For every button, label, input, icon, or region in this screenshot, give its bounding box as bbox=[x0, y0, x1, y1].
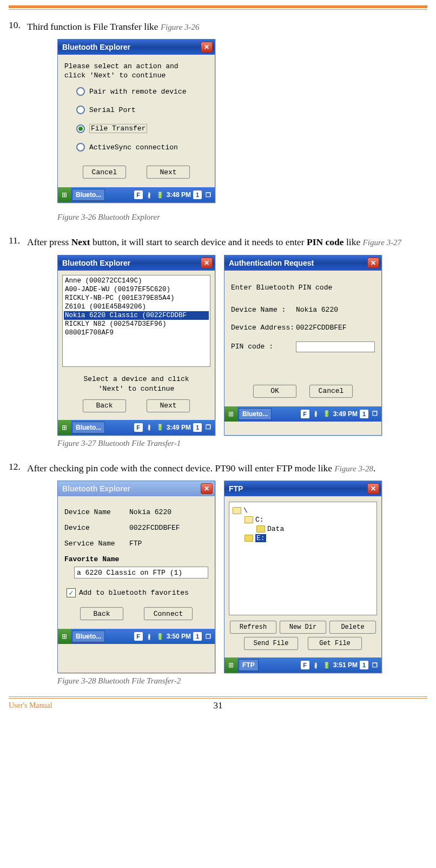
radio-activesync[interactable]: ActiveSync connection bbox=[76, 143, 208, 152]
device-listbox[interactable]: Anne (000272CC149C) A00-JADE-WU (00197EF… bbox=[62, 275, 210, 367]
radio-file-transfer[interactable]: File Transfer bbox=[76, 124, 208, 133]
field-label: Device bbox=[64, 524, 129, 532]
tray-bluetooth-icon[interactable]: ∦ bbox=[145, 423, 154, 432]
tray-1-icon[interactable]: 1 bbox=[193, 423, 202, 432]
field-value: Nokia 6220 bbox=[296, 306, 338, 314]
close-icon[interactable]: ✕ bbox=[201, 42, 213, 52]
button-row: Back Connect bbox=[64, 607, 208, 620]
tray-f-icon[interactable]: F bbox=[134, 423, 143, 432]
tray-windows-icon[interactable]: ❐ bbox=[371, 661, 379, 669]
radio-pair[interactable]: Pair with remote device bbox=[76, 87, 208, 96]
window-auth-request: Authentication Request ✕ Enter Bluetooth… bbox=[224, 255, 382, 436]
tray-bluetooth-icon[interactable]: ∦ bbox=[312, 661, 320, 669]
close-icon[interactable]: ✕ bbox=[201, 258, 213, 268]
connect-button[interactable]: Connect bbox=[144, 607, 193, 620]
text: like bbox=[344, 236, 363, 247]
pin-input[interactable] bbox=[296, 341, 375, 352]
footer: User's Manual 31 bbox=[9, 696, 427, 716]
next-button[interactable]: Next bbox=[147, 399, 190, 412]
field-label: Favorite Name bbox=[64, 555, 208, 563]
close-icon[interactable]: ✕ bbox=[367, 258, 379, 268]
radio-icon bbox=[76, 124, 85, 133]
window-connect: Bluetooth Explorer ✕ Device Name Nokia 6… bbox=[57, 481, 215, 673]
taskbar-task[interactable]: Blueto... bbox=[72, 630, 105, 642]
next-button[interactable]: Next bbox=[147, 166, 190, 179]
header-rule-thick bbox=[9, 5, 427, 8]
back-button[interactable]: Back bbox=[80, 607, 123, 620]
list-item[interactable]: RICKLY-NB-PC (001E379E85A4) bbox=[64, 294, 209, 303]
start-icon[interactable]: ⊞ bbox=[58, 187, 71, 202]
tray-1-icon[interactable]: 1 bbox=[360, 661, 368, 669]
tray-windows-icon[interactable]: ❐ bbox=[371, 410, 379, 418]
taskbar-task[interactable]: Blueto... bbox=[72, 189, 105, 201]
list-item[interactable]: Z610i (001E45B49206) bbox=[64, 303, 209, 311]
radio-icon bbox=[76, 143, 85, 152]
field-value: 0022FCDDBFEF bbox=[296, 324, 347, 332]
tray-bluetooth-icon[interactable]: ∦ bbox=[145, 190, 154, 199]
window-title: Authentication Request bbox=[229, 259, 314, 267]
tray-1-icon[interactable]: 1 bbox=[360, 410, 368, 418]
tray-f-icon[interactable]: F bbox=[134, 190, 143, 199]
text: . bbox=[373, 463, 375, 474]
tree-data-folder[interactable]: Data bbox=[256, 525, 373, 533]
cancel-button[interactable]: Cancel bbox=[309, 385, 353, 398]
header-rule-thin bbox=[9, 9, 427, 10]
tray-battery-icon: 🔋 bbox=[156, 632, 164, 641]
ok-button[interactable]: OK bbox=[253, 385, 296, 398]
start-icon[interactable]: ⊞ bbox=[224, 406, 237, 422]
start-icon[interactable]: ⊞ bbox=[58, 420, 71, 435]
taskbar-task[interactable]: Blueto... bbox=[72, 422, 105, 433]
list-number: 11. bbox=[9, 235, 27, 249]
tree-root[interactable]: \ bbox=[233, 507, 373, 515]
folder-icon bbox=[245, 535, 253, 542]
tray-f-icon[interactable]: F bbox=[301, 661, 309, 669]
tree-e-drive[interactable]: E: bbox=[245, 534, 373, 542]
field-value: Nokia 6220 bbox=[129, 508, 171, 516]
list-item-10: 10. Third function is File Transfer like… bbox=[9, 19, 427, 34]
tree-c-drive[interactable]: C: bbox=[245, 516, 373, 524]
taskbar-task[interactable]: FTP bbox=[239, 659, 259, 671]
start-icon[interactable]: ⊞ bbox=[58, 629, 71, 644]
start-icon[interactable]: ⊞ bbox=[224, 657, 237, 673]
field-label: Device Name bbox=[64, 508, 129, 516]
cancel-button[interactable]: Cancel bbox=[83, 166, 126, 179]
tray-windows-icon[interactable]: ❐ bbox=[204, 423, 213, 432]
button-row: Cancel Next bbox=[64, 166, 208, 179]
favorite-name-input[interactable]: a 6220 Classic on FTP (1) bbox=[74, 567, 208, 578]
tray-f-icon[interactable]: F bbox=[301, 410, 309, 418]
tray-windows-icon[interactable]: ❐ bbox=[204, 632, 213, 641]
window-title: FTP bbox=[229, 484, 243, 493]
button-row: OK Cancel bbox=[231, 385, 375, 398]
back-button[interactable]: Back bbox=[83, 399, 126, 412]
refresh-button[interactable]: Refresh bbox=[230, 621, 276, 634]
list-item[interactable]: Anne (000272CC149C) bbox=[64, 277, 209, 285]
titlebar: Bluetooth Explorer ✕ bbox=[58, 255, 215, 271]
field-service-name: Service Name FTP bbox=[64, 540, 208, 548]
taskbar-task[interactable]: Blueto... bbox=[239, 408, 272, 420]
tray-1-icon[interactable]: 1 bbox=[193, 632, 202, 641]
radio-serial[interactable]: Serial Port bbox=[76, 106, 208, 114]
send-file-button[interactable]: Send File bbox=[244, 637, 298, 650]
list-item[interactable]: A00-JADE-WU (00197EF5C620) bbox=[64, 285, 209, 294]
titlebar: Bluetooth Explorer ✕ bbox=[58, 40, 215, 55]
tray-time: 3:50 PM bbox=[167, 633, 191, 640]
radio-label: File Transfer bbox=[89, 124, 147, 133]
tray-windows-icon[interactable]: ❐ bbox=[204, 190, 213, 199]
page-number: 31 bbox=[214, 700, 223, 711]
tray-f-icon[interactable]: F bbox=[134, 632, 143, 641]
list-item[interactable]: RICKLY N82 (002547D3EF96) bbox=[64, 320, 209, 328]
tray-bluetooth-icon[interactable]: ∦ bbox=[312, 410, 320, 418]
field-value: 0022FCDDBFEF bbox=[129, 524, 180, 532]
window-title: Bluetooth Explorer bbox=[62, 259, 130, 267]
add-favorites-checkbox[interactable]: ✓ Add to bluetooth favorites bbox=[67, 588, 208, 597]
list-item[interactable]: 08001F708AF9 bbox=[64, 328, 209, 337]
list-item-selected[interactable]: Nokia 6220 Classic (0022FCDDBF bbox=[64, 311, 209, 320]
close-icon[interactable]: ✕ bbox=[367, 483, 379, 494]
close-icon[interactable]: ✕ bbox=[201, 483, 213, 494]
delete-button[interactable]: Delete bbox=[329, 621, 376, 634]
ftp-tree[interactable]: \ C: Data E: bbox=[229, 502, 377, 615]
tray-bluetooth-icon[interactable]: ∦ bbox=[145, 632, 154, 641]
get-file-button[interactable]: Get File bbox=[308, 637, 362, 650]
new-dir-button[interactable]: New Dir bbox=[280, 621, 326, 634]
tray-1-icon[interactable]: 1 bbox=[193, 190, 202, 199]
